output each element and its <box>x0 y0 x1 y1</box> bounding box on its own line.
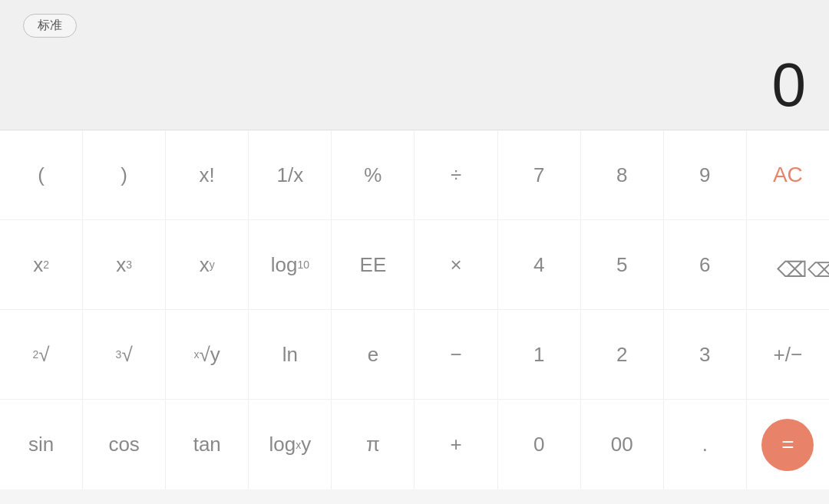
minus-key[interactable]: − <box>414 310 497 399</box>
equal-wrapper: = <box>747 400 829 489</box>
display-value: 0 <box>772 54 807 130</box>
app-container: 标准 0 ( ) x! 1/x % ÷ 7 8 9 AC x2 x3 xy lo… <box>0 0 829 489</box>
keypad-row-1: ( ) x! 1/x % ÷ 7 8 9 AC <box>0 130 829 220</box>
five-key[interactable]: 5 <box>581 220 664 309</box>
ln-key[interactable]: ln <box>249 310 332 399</box>
sqrt2-key[interactable]: 2√ <box>0 310 83 399</box>
keypad-row-2: x2 x3 xy log10 EE × 4 5 6 ⌫ <box>0 220 829 310</box>
plus-key[interactable]: + <box>414 400 497 489</box>
logy-key[interactable]: logxy <box>249 400 332 489</box>
sqrt3-key[interactable]: 3√ <box>83 310 166 399</box>
keypad-row-4: sin cos tan logxy π + 0 00 . = <box>0 400 829 489</box>
cos-key[interactable]: cos <box>83 400 166 489</box>
three-key[interactable]: 3 <box>664 310 747 399</box>
divide-key[interactable]: ÷ <box>414 130 497 219</box>
nine-key[interactable]: 9 <box>664 130 747 219</box>
sqrty-key[interactable]: x√y <box>166 310 249 399</box>
calculator-header: 标准 0 <box>0 0 829 130</box>
close-paren-key[interactable]: ) <box>83 130 166 219</box>
percent-key[interactable]: % <box>332 130 414 219</box>
eight-key[interactable]: 8 <box>581 130 664 219</box>
multiply-key[interactable]: × <box>414 220 497 309</box>
square-key[interactable]: x2 <box>0 220 83 309</box>
tan-key[interactable]: tan <box>166 400 249 489</box>
keypad-row-3: 2√ 3√ x√y ln e − 1 2 3 +/− <box>0 310 829 400</box>
mode-button[interactable]: 标准 <box>23 14 77 38</box>
equals-key[interactable]: = <box>761 419 814 471</box>
one-key[interactable]: 1 <box>498 310 581 399</box>
seven-key[interactable]: 7 <box>498 130 581 219</box>
pi-key[interactable]: π <box>332 400 414 489</box>
sin-key[interactable]: sin <box>0 400 83 489</box>
keypad: ( ) x! 1/x % ÷ 7 8 9 AC x2 x3 xy log10 E… <box>0 130 829 489</box>
power-key[interactable]: xy <box>166 220 249 309</box>
ee-key[interactable]: EE <box>332 220 414 309</box>
zero-key[interactable]: 0 <box>498 400 581 489</box>
factorial-key[interactable]: x! <box>166 130 249 219</box>
dot-key[interactable]: . <box>664 400 747 489</box>
backspace-key[interactable]: ⌫ <box>747 220 829 309</box>
clear-key[interactable]: AC <box>747 130 829 219</box>
display-area: 0 <box>772 14 807 130</box>
six-key[interactable]: 6 <box>664 220 747 309</box>
plus-minus-key[interactable]: +/− <box>747 310 829 399</box>
double-zero-key[interactable]: 00 <box>581 400 664 489</box>
euler-key[interactable]: e <box>332 310 414 399</box>
log10-key[interactable]: log10 <box>249 220 332 309</box>
backspace-icon: ⌫ <box>777 257 798 272</box>
open-paren-key[interactable]: ( <box>0 130 83 219</box>
two-key[interactable]: 2 <box>581 310 664 399</box>
four-key[interactable]: 4 <box>498 220 581 309</box>
reciprocal-key[interactable]: 1/x <box>249 130 332 219</box>
cube-key[interactable]: x3 <box>83 220 166 309</box>
